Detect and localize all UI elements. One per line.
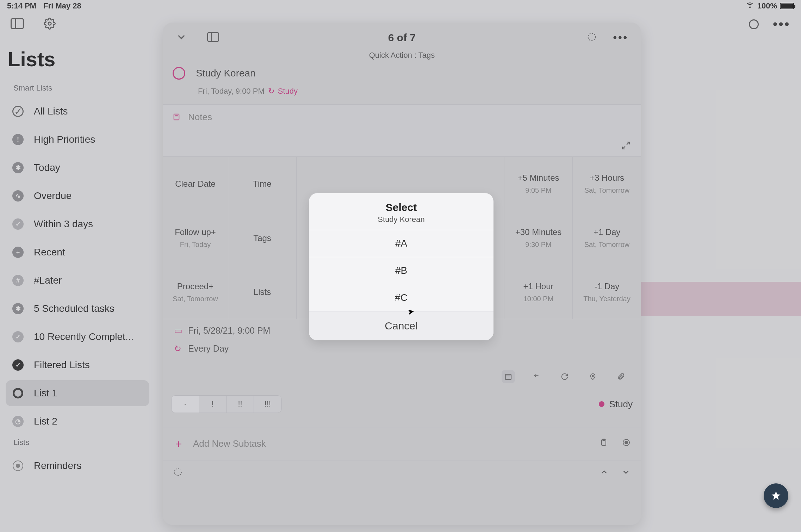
section-lists: Lists: [13, 438, 149, 447]
sidebar-item-today[interactable]: ✱ Today: [6, 155, 149, 181]
task-title-row: Study Korean: [163, 65, 641, 82]
check-filled-icon: ✓: [11, 217, 25, 231]
collapse-button[interactable]: [175, 31, 187, 44]
priority-none[interactable]: ·: [172, 396, 199, 413]
task-list-tag: Study: [278, 87, 298, 96]
notes-row[interactable]: Notes: [163, 104, 641, 130]
sidebar-item-label: List 2: [34, 416, 57, 427]
attachment-action-icon[interactable]: [614, 370, 628, 383]
modal-option-a[interactable]: #A: [309, 230, 493, 257]
plus-3-hours-button[interactable]: +3 HoursSat, Tomorrow: [573, 157, 641, 211]
list-chip-label: Study: [609, 399, 633, 410]
check-circle-icon: ✓: [11, 105, 25, 118]
due-date-text: Fri, 5/28/21, 9:00 PM: [188, 326, 270, 336]
sidebar-item-label: List 1: [34, 388, 57, 399]
sidebar-item-within-3-days[interactable]: ✓ Within 3 days: [6, 211, 149, 237]
task-name[interactable]: Study Korean: [196, 68, 256, 79]
highlighted-row-background: [639, 282, 801, 316]
check-filled-icon: ✓: [11, 330, 25, 344]
sidebar-item-all-lists[interactable]: ✓ All Lists: [6, 98, 149, 124]
modal-option-c[interactable]: #C: [309, 284, 493, 311]
target-icon[interactable]: [587, 32, 597, 43]
alarm-action-icon[interactable]: [530, 370, 543, 383]
add-subtask-row[interactable]: ＋ Add New Subtask: [163, 427, 641, 460]
modal-option-b[interactable]: #B: [309, 257, 493, 284]
location-action-icon[interactable]: [586, 370, 600, 383]
chevron-up-icon[interactable]: [600, 468, 609, 478]
plus-5-min-button[interactable]: +5 Minutes9:05 PM: [504, 157, 573, 211]
sidebar-item-label: Reminders: [34, 460, 81, 471]
quick-action-label: Quick Action : Tags: [163, 51, 641, 60]
task-schedule: Fri, Today, 9:00 PM: [198, 87, 265, 96]
chevron-down-icon[interactable]: [621, 468, 631, 478]
repeat-text: Every Day: [188, 344, 229, 354]
proceed-button[interactable]: Proceed+Sat, Tomorrow: [163, 265, 228, 319]
fab-star-button[interactable]: [764, 483, 788, 508]
settings-icon[interactable]: [44, 18, 56, 31]
sidebar-item-list-2[interactable]: ◔ List 2: [6, 408, 149, 434]
list-color-dot: [599, 401, 604, 407]
plus-1-day-button[interactable]: +1 DaySat, Tomorrow: [573, 211, 641, 265]
layout-toggle-button[interactable]: [207, 31, 219, 44]
priority-1[interactable]: !: [199, 396, 226, 413]
follow-up-button[interactable]: Follow up+Fri, Today: [163, 211, 228, 265]
sidebar-item-label: Recent: [34, 247, 65, 258]
list-chip[interactable]: Study: [599, 399, 633, 410]
sidebar-toggle-icon[interactable]: [11, 18, 24, 31]
repeat-icon: ↻: [268, 87, 274, 96]
exclaim-icon: !: [11, 133, 25, 146]
record-icon[interactable]: [622, 438, 631, 449]
sidebar-item-overdue[interactable]: ∿ Overdue: [6, 183, 149, 209]
detail-header: 6 of 7 •••: [163, 23, 641, 51]
plus-1-hour-button[interactable]: +1 Hour10:00 PM: [504, 265, 573, 319]
select-modal: Select Study Korean #A #B #C Cancel: [309, 193, 493, 340]
battery-icon: [780, 3, 794, 9]
sidebar-item-recently-completed[interactable]: ✓ 10 Recently Complet...: [6, 324, 149, 350]
repeat-action-icon[interactable]: [558, 370, 571, 383]
sidebar-item-reminders[interactable]: Reminders: [6, 453, 149, 479]
task-schedule-row: Fri, Today, 9:00 PM ↻ Study: [163, 87, 641, 96]
sidebar-item-label: Overdue: [34, 190, 72, 202]
priority-2[interactable]: !!: [226, 396, 254, 413]
sidebar-item-label: Today: [34, 162, 60, 173]
modal-title: Select: [316, 202, 486, 214]
priority-3[interactable]: !!!: [254, 396, 281, 413]
tags-button[interactable]: Tags: [228, 211, 297, 265]
notes-area[interactable]: [163, 130, 641, 156]
status-date: Fri May 28: [43, 1, 81, 11]
sidebar-item-list-1[interactable]: List 1: [6, 380, 149, 406]
clear-date-button[interactable]: Clear Date: [163, 157, 228, 211]
detail-footer: [163, 460, 641, 485]
hash-icon: #: [11, 274, 25, 287]
modal-cancel-button[interactable]: Cancel: [309, 311, 493, 340]
burst-icon: ✱: [11, 302, 25, 315]
expand-icon[interactable]: [621, 141, 631, 151]
calendar-action-icon[interactable]: [502, 370, 515, 383]
svg-point-0: [750, 7, 750, 8]
burst-icon: ✱: [11, 161, 25, 174]
overdue-icon: ∿: [11, 189, 25, 203]
sidebar-item-recent[interactable]: + Recent: [6, 239, 149, 265]
lists-button[interactable]: Lists: [228, 265, 297, 319]
plus-circle-icon: +: [11, 246, 25, 259]
sync-status-icon[interactable]: [749, 19, 759, 29]
priority-segmented: · ! !! !!!: [171, 395, 282, 413]
minus-1-day-button[interactable]: -1 DayThu, Yesterday: [573, 265, 641, 319]
svg-point-18: [625, 441, 628, 444]
wifi-icon: [745, 1, 755, 11]
sync-icon[interactable]: [173, 468, 182, 478]
sidebar-item-high-priorities[interactable]: ! High Priorities: [6, 126, 149, 153]
sidebar-item-later[interactable]: # #Later: [6, 267, 149, 293]
sidebar-item-filtered-lists[interactable]: ✓ Filtered Lists: [6, 352, 149, 378]
svg-marker-19: [772, 491, 781, 500]
clipboard-icon[interactable]: [600, 438, 608, 449]
repeat-row[interactable]: ↻ Every Day: [163, 342, 641, 360]
sidebar-item-scheduled[interactable]: ✱ 5 Scheduled tasks: [6, 296, 149, 322]
task-complete-toggle[interactable]: [173, 67, 185, 80]
sidebar: Lists Smart Lists ✓ All Lists ! High Pri…: [0, 39, 155, 481]
action-icon-row: [163, 360, 641, 390]
time-button[interactable]: Time: [228, 157, 297, 211]
subtask-placeholder: Add New Subtask: [193, 438, 266, 449]
check-dark-icon: ✓: [11, 358, 25, 372]
plus-30-min-button[interactable]: +30 Minutes9:30 PM: [504, 211, 573, 265]
